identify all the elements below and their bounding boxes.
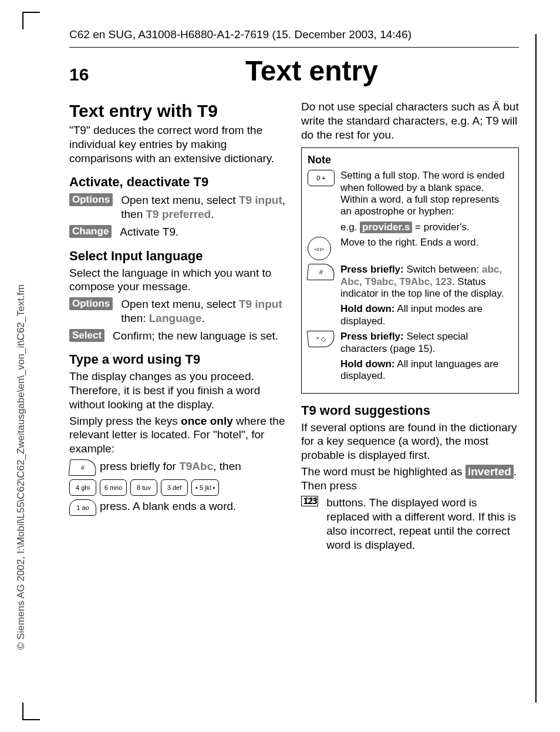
heading-suggestions: T9 word suggestions <box>301 403 519 418</box>
t: once only <box>181 415 233 427</box>
intro-paragraph: "T9" deduces the correct word from the i… <box>69 123 287 165</box>
row-options-lang: Options Open text menu, select T9 input … <box>69 297 287 325</box>
note-hash-hold: Hold down: All input modes are displayed… <box>340 303 512 327</box>
t: . <box>202 312 205 324</box>
t: T9 preferred <box>146 208 211 220</box>
row-select: Select Confirm; the new language is set. <box>69 329 287 343</box>
chapter-title: Text entry <box>104 55 519 87</box>
heading-text-entry-t9: Text entry with T9 <box>69 101 287 121</box>
note-eg: e.g. provider.s = provider's. <box>340 221 512 233</box>
row-suggestion-button: 1̂2̂3̂ buttons. The displayed word is re… <box>301 496 519 552</box>
key-6: 6 mno <box>100 479 127 496</box>
softkey-select: Select <box>69 329 104 342</box>
note-title: Note <box>308 154 512 166</box>
star-key-icon: * ◇ <box>307 331 336 347</box>
note-row-eg: e.g. provider.s = provider's. <box>308 221 512 233</box>
t: press briefly for <box>100 460 179 472</box>
t: e.g. <box>340 221 360 233</box>
note-row-hash: # Press briefly: Switch between: abc, Ab… <box>308 264 512 300</box>
running-head: C62 en SUG, A31008-H6880-A1-2-7619 (15. … <box>69 28 519 48</box>
side-rail <box>535 34 537 703</box>
note-nav-text: Move to the right. Ends a word. <box>340 237 512 249</box>
t: . <box>211 208 214 220</box>
t: The word must be highlighted as <box>301 465 465 478</box>
options-lang-desc: Open text menu, select T9 input then: La… <box>121 297 287 325</box>
t: Open text menu, select <box>121 298 239 310</box>
key-1-icon: 1 ao <box>69 499 96 516</box>
sugg-p1: If several options are found in the dict… <box>301 421 519 462</box>
language-intro: Select the language in which you want to… <box>69 266 287 294</box>
left-column: Text entry with T9 "T9" deduces the corr… <box>69 98 287 555</box>
crop-mark-top-left <box>22 12 40 29</box>
heading-type-word: Type a word using T9 <box>69 352 287 367</box>
note-row-star: * ◇ Press briefly: Select special charac… <box>308 331 512 355</box>
t: provider.s <box>360 221 412 233</box>
t: T9 input <box>239 194 282 206</box>
sugg-p2: The word must be highlighted as inverted… <box>301 465 519 493</box>
t9-suggest-icon: 1̂2̂3̂ <box>301 496 318 506</box>
hotel-key-row: 4 ghi 6 mno 8 tuv 3 def • 5 jkl • <box>69 479 287 496</box>
t: Switch between: <box>404 264 482 275</box>
note-zero-text: Setting a full stop. The word is ended w… <box>340 170 512 218</box>
t: then: <box>121 312 149 324</box>
hash-key-icon-2: # <box>307 264 336 280</box>
note-row-star-hold: Hold down: All input languages are displ… <box>308 358 512 382</box>
heading-language: Select Input language <box>69 249 287 264</box>
t: Press briefly: <box>340 331 404 342</box>
t: Hold down: <box>340 303 395 314</box>
note-box: Note 0 + Setting a full stop. The word i… <box>301 147 519 393</box>
t: , then <box>213 460 241 472</box>
t: inverted <box>465 465 514 479</box>
key-0-icon: 0 + <box>308 170 335 186</box>
t: Press briefly: <box>340 264 404 275</box>
page-content: C62 en SUG, A31008-H6880-A1-2-7619 (15. … <box>69 28 519 703</box>
type-p1: The display changes as you proceed. Ther… <box>69 370 287 411</box>
key-4: 4 ghi <box>69 479 96 496</box>
note-star-hold: Hold down: All input languages are displ… <box>340 358 512 382</box>
sugg-btn-text: buttons. The displayed word is replaced … <box>326 496 519 552</box>
key-3: 3 def <box>161 479 188 496</box>
note-row-nav: ◅ ▻ Move to the right. Ends a word. <box>308 237 512 260</box>
key-5: • 5 jkl • <box>191 479 219 496</box>
row-one-key: 1 ao press. A blank ends a word. <box>69 499 287 516</box>
row-hash-key: # press briefly for T9Abc, then <box>69 459 287 476</box>
t: Open text menu, select <box>121 194 239 206</box>
right-intro: Do not use special characters such as Ä … <box>301 100 519 142</box>
softkey-options-2: Options <box>69 297 113 310</box>
note-star-text: Press briefly: Select special characters… <box>340 331 512 355</box>
copyright-sidebar: © Siemens AG 2002, I:\Mobil\L55\C62\C62_… <box>15 284 27 650</box>
title-row: 16 Text entry <box>69 55 519 87</box>
t: = provider's. <box>412 221 469 233</box>
page-number: 16 <box>69 65 104 85</box>
change-desc: Activate T9. <box>120 225 287 239</box>
select-desc: Confirm; the new language is set. <box>113 329 287 343</box>
one-desc: press. A blank ends a word. <box>100 499 287 513</box>
note-hash-text: Press briefly: Switch between: abc, Abc,… <box>340 264 512 300</box>
t: Hold down: <box>340 358 395 370</box>
options-activate-desc: Open text menu, select T9 input, then T9… <box>121 193 287 221</box>
row-options-activate: Options Open text menu, select T9 input,… <box>69 193 287 221</box>
heading-activate: Activate, deactivate T9 <box>69 174 287 190</box>
t: T9 input <box>239 298 282 310</box>
softkey-change: Change <box>69 225 112 238</box>
key-8: 8 tuv <box>130 479 157 496</box>
note-row-hash-hold: Hold down: All input modes are displayed… <box>308 303 512 327</box>
type-p2: Simply press the keys once only where th… <box>69 414 287 456</box>
t: Language <box>149 312 202 324</box>
note-row-zero: 0 + Setting a full stop. The word is end… <box>308 170 512 218</box>
hash-key-icon: # <box>69 459 97 476</box>
crop-mark-bottom-left <box>22 703 40 720</box>
hash-desc: press briefly for T9Abc, then <box>100 459 287 474</box>
t: T9Abc <box>179 460 213 472</box>
softkey-options: Options <box>69 193 113 206</box>
t: Simply press the keys <box>69 415 181 427</box>
right-column: Do not use special characters such as Ä … <box>301 98 519 555</box>
row-change: Change Activate T9. <box>69 225 287 239</box>
nav-circle-icon: ◅ ▻ <box>308 237 331 260</box>
